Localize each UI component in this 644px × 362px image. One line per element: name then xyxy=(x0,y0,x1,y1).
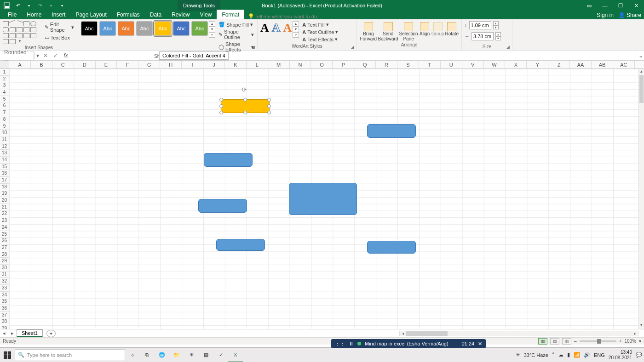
taskbar-app2-icon[interactable]: ✓ xyxy=(213,348,228,362)
weather-text[interactable]: 33°C Haze xyxy=(524,352,548,358)
wordart-scroll-up-icon[interactable]: ▴ xyxy=(293,21,299,27)
group-button[interactable]: Group xyxy=(431,21,444,41)
col-header-R[interactable]: R xyxy=(376,61,397,68)
rotate-handle-icon[interactable]: ⟳ xyxy=(242,86,249,93)
blue-shape-5[interactable] xyxy=(367,241,416,254)
styles-scroll-up-icon[interactable]: ▴ xyxy=(209,21,215,27)
sign-in-link[interactable]: Sign in xyxy=(597,12,614,18)
row-header-30[interactable]: 30 xyxy=(0,265,9,272)
selected-shape-gold[interactable]: ⟳ xyxy=(221,99,270,113)
shape-oval-icon[interactable] xyxy=(30,21,36,26)
resize-handle-ne[interactable] xyxy=(267,98,271,102)
row-header-28[interactable]: 28 xyxy=(0,251,9,258)
tray-battery-icon[interactable]: ▮ xyxy=(567,352,570,358)
shape-brace-icon[interactable] xyxy=(30,33,36,38)
expand-formula-bar-icon[interactable]: ⌄ xyxy=(637,52,644,59)
blue-shape-0[interactable] xyxy=(367,124,416,138)
vertical-scroll-thumb[interactable] xyxy=(639,75,644,103)
row-header-35[interactable]: 35 xyxy=(0,298,9,305)
col-header-Y[interactable]: Y xyxy=(527,61,548,68)
tab-file[interactable]: File xyxy=(3,10,22,19)
resize-handle-se[interactable] xyxy=(267,111,271,114)
wordart-style-1[interactable]: A xyxy=(260,21,269,35)
shape-style-swatch-6[interactable]: Abc xyxy=(191,21,208,36)
edit-shape-button[interactable]: ✎ Edit Shape▾ xyxy=(44,21,75,33)
select-all-corner[interactable] xyxy=(0,61,9,68)
row-header-1[interactable]: 1 xyxy=(0,69,9,76)
shape-free-icon[interactable] xyxy=(23,33,29,38)
row-header-14[interactable]: 14 xyxy=(0,157,9,164)
worksheet-grid[interactable]: 1234567891011121314151617181920212223242… xyxy=(0,69,644,329)
taskbar-slack-icon[interactable]: ✳ xyxy=(184,348,199,362)
wordart-scroll-down-icon[interactable]: ▾ xyxy=(293,27,299,32)
col-header-S[interactable]: S xyxy=(397,61,419,68)
row-header-23[interactable]: 23 xyxy=(0,217,9,224)
shapes-gallery[interactable]: ▾ xyxy=(3,21,42,44)
shape-rect-icon[interactable] xyxy=(3,21,9,26)
wordart-expand-icon[interactable]: ▿ xyxy=(293,32,299,38)
taskbar-explorer-icon[interactable]: 📁 xyxy=(169,348,184,362)
wordart-dialog-launcher[interactable]: ◢ xyxy=(351,45,356,49)
col-header-U[interactable]: U xyxy=(441,61,462,68)
shape-style-swatch-0[interactable]: Abc xyxy=(81,21,98,36)
shape-style-swatch-2[interactable]: Abc xyxy=(118,21,134,36)
shape-curve-icon[interactable] xyxy=(17,33,23,38)
horizontal-scrollbar[interactable]: ◂ ▸ xyxy=(399,331,638,336)
blue-shape-4[interactable] xyxy=(216,239,265,251)
shape-style-swatch-3[interactable]: Abc xyxy=(136,21,153,36)
tab-data[interactable]: Data xyxy=(145,10,167,19)
col-header-N[interactable]: N xyxy=(290,61,311,68)
tab-review[interactable]: Review xyxy=(167,10,195,19)
taskbar-excel-icon[interactable]: X xyxy=(228,348,243,362)
row-header-24[interactable]: 24 xyxy=(0,224,9,231)
blue-shape-1[interactable] xyxy=(204,153,253,167)
row-header-15[interactable]: 15 xyxy=(0,164,9,170)
zoom-slider-thumb[interactable] xyxy=(597,339,601,344)
row-header-10[interactable]: 10 xyxy=(0,130,9,136)
view-normal-button[interactable]: ▦ xyxy=(538,338,547,345)
text-fill-button[interactable]: A Text Fill ▾ xyxy=(302,21,339,28)
row-header-6[interactable]: 6 xyxy=(0,102,9,109)
row-header-19[interactable]: 19 xyxy=(0,190,9,197)
row-header-32[interactable]: 32 xyxy=(0,278,9,285)
tab-format[interactable]: Format xyxy=(217,10,244,19)
view-page-layout-button[interactable]: ▤ xyxy=(550,338,559,345)
row-header-21[interactable]: 21 xyxy=(0,204,9,211)
shape-style-swatch-5[interactable]: Abc xyxy=(173,21,190,36)
row-header-12[interactable]: 12 xyxy=(0,143,9,150)
tray-chevron-icon[interactable]: ˄ xyxy=(552,352,555,358)
row-header-27[interactable]: 27 xyxy=(0,244,9,251)
col-header-T[interactable]: T xyxy=(419,61,441,68)
wordart-gallery[interactable]: A A A xyxy=(260,21,292,35)
tray-volume-icon[interactable]: 🔊 xyxy=(584,352,590,358)
resize-handle-n[interactable] xyxy=(243,98,247,102)
row-header-34[interactable]: 34 xyxy=(0,292,9,299)
start-button[interactable] xyxy=(0,348,15,362)
blue-shape-2[interactable] xyxy=(198,199,247,213)
align-button[interactable]: Align xyxy=(419,21,431,41)
shape-brace2-icon[interactable] xyxy=(3,39,9,44)
sheet-tab-sheet1[interactable]: Sheet1 xyxy=(17,329,43,337)
save-icon[interactable] xyxy=(3,1,11,10)
shape-rrect-icon[interactable] xyxy=(3,27,9,32)
shapes-gallery-more-icon[interactable]: ▾ xyxy=(17,39,23,44)
row-header-26[interactable]: 26 xyxy=(0,238,9,244)
undo-icon[interactable]: ↶ xyxy=(14,1,22,10)
col-header-AC[interactable]: AC xyxy=(613,61,635,68)
name-box-dropdown[interactable]: ▾ xyxy=(34,52,40,59)
col-header-AB[interactable]: AB xyxy=(592,61,613,68)
col-header-AA[interactable]: AA xyxy=(570,61,592,68)
enter-formula-icon[interactable]: ✓ xyxy=(51,52,61,59)
ribbon-display-options-icon[interactable]: ▭ xyxy=(581,0,597,11)
col-header-V[interactable]: V xyxy=(462,61,484,68)
close-button[interactable]: ✕ xyxy=(628,0,644,11)
row-header-31[interactable]: 31 xyxy=(0,272,9,278)
shape-styles-gallery[interactable]: AbcAbcAbcAbcAbcAbcAbc xyxy=(81,21,208,36)
col-header-D[interactable]: D xyxy=(74,61,96,68)
shape-tri-icon[interactable] xyxy=(10,27,16,32)
row-header-39[interactable]: 39 xyxy=(0,325,9,329)
row-header-8[interactable]: 8 xyxy=(0,116,9,123)
tab-view[interactable]: View xyxy=(195,10,217,19)
col-header-J[interactable]: J xyxy=(203,61,225,68)
text-box-button[interactable]: ▭ Text Box xyxy=(44,34,75,41)
